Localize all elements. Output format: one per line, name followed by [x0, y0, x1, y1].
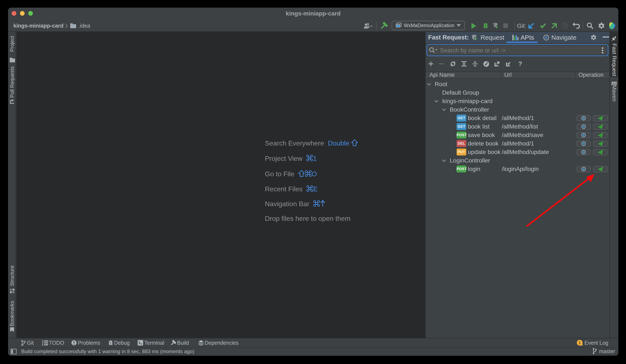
svg-text:?: ?	[518, 61, 522, 67]
svg-text:1: 1	[579, 340, 581, 345]
